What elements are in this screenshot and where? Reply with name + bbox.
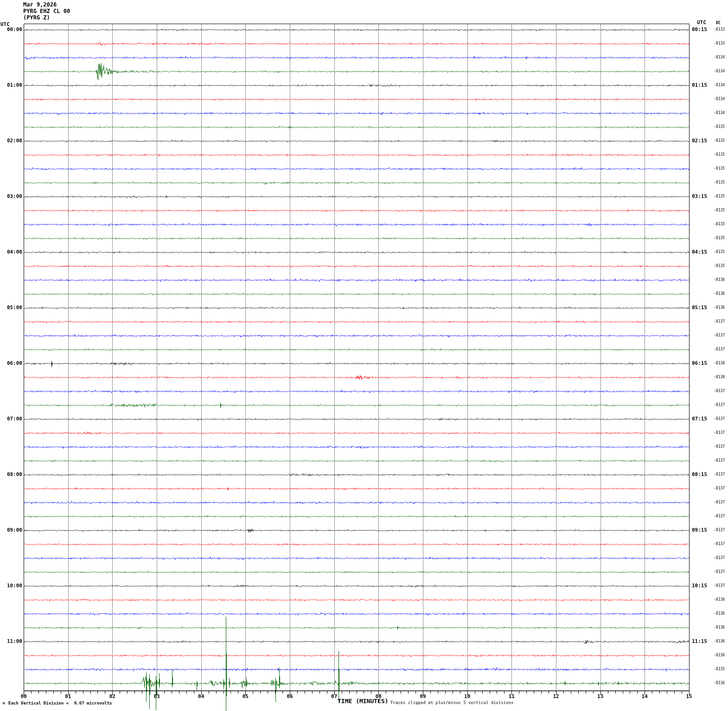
clipping-note: Traces clipped at plus/minus 5 vertical … [390,700,514,705]
left-hour-label: 00:00 [3,26,22,32]
left-hour-label: 11:00 [3,638,22,644]
dc-value: -8137 [714,417,725,421]
x-tick-label: 14 [638,693,651,699]
x-tick-label: 01 [61,693,75,699]
dc-value: -8136 [714,681,725,685]
dc-value: -8134 [714,55,725,59]
right-hour-label: 07:15 [692,416,707,422]
dc-value: -8136 [714,305,725,310]
seismogram-canvas [0,0,728,711]
dc-value: -8137 [714,444,725,449]
helicorder-page: Mar 9,2026 PYRG EHZ CL 00 (PYRG Z) UTC U… [0,0,728,711]
right-utc-label: UTC [697,19,706,25]
left-hour-label: 04:00 [3,249,22,255]
left-hour-label: 02:00 [3,138,22,144]
dc-value: -8133 [714,27,725,32]
right-hour-label: 05:15 [692,305,707,311]
x-tick-label: 03 [150,693,164,699]
right-hour-label: 04:15 [692,249,707,255]
left-hour-label: 03:00 [3,193,22,199]
left-hour-label: 05:00 [3,305,22,311]
dc-value: -8137 [714,431,725,435]
right-hour-label: 00:15 [692,26,707,32]
dc-value: -8135 [714,180,725,184]
dc-value: -8137 [714,486,725,490]
dc-value: -8135 [714,139,725,143]
dc-value: -8136 [714,653,725,657]
dc-value: -8135 [714,125,725,129]
dc-value: -8137 [714,570,725,574]
dc-value: -8137 [714,584,725,588]
dc-value: -8136 [714,278,725,282]
right-hour-label: 08:15 [692,471,707,477]
dc-value: -8137 [714,472,725,476]
dc-value: -8138 [714,361,725,365]
dc-value: -8137 [714,542,725,546]
x-tick-label: 10 [460,693,474,699]
dc-value: -8137 [714,333,725,337]
corner-mark: M [3,702,5,705]
dc-value: -8135 [714,152,725,157]
dc-value: -8135 [714,208,725,212]
dc-value: -8136 [714,639,725,643]
x-axis-title: TIME (MINUTES) [338,698,389,705]
x-tick-label: 12 [549,693,563,699]
dc-value: -8134 [714,111,725,115]
right-hour-label: 09:15 [692,527,707,533]
division-label: Each Vertical Division = [8,701,69,705]
dc-value: -8135 [714,194,725,198]
dc-value: -8133 [714,41,725,45]
left-hour-label: 08:00 [3,471,22,477]
x-tick-label: 13 [594,693,607,699]
right-hour-label: 02:15 [692,138,707,144]
dc-value: -8135 [714,667,725,671]
x-tick-label: 02 [105,693,119,699]
right-hour-label: 11:15 [692,638,707,644]
dc-value: -8137 [714,389,725,393]
dc-value: -8135 [714,166,725,171]
left-hour-label: 10:00 [3,583,22,589]
x-tick-label: 04 [194,693,208,699]
x-tick-label: 11 [504,693,518,699]
x-tick-label: 09 [416,693,430,699]
dc-value: -8137 [714,347,725,351]
header-station: PYRG EHZ CL 00 [23,8,70,14]
x-tick-label: 15 [682,693,696,699]
header-channel: (PYRG Z) [23,14,50,21]
right-hour-label: 06:15 [692,360,707,366]
dc-value: -8137 [714,319,725,324]
dc-value: -8134 [714,97,725,101]
x-tick-label: 00 [17,693,31,699]
right-hour-label: 03:15 [692,193,707,199]
left-hour-label: 06:00 [3,360,22,366]
dc-value: -8135 [714,264,725,268]
left-hour-label: 07:00 [3,416,22,422]
dc-value: -8137 [714,458,725,463]
dc-value: -8135 [714,236,725,240]
division-value: 6.67 microvolts [74,701,112,705]
dc-value: -8137 [714,514,725,518]
dc-value: -8135 [714,222,725,226]
dc-value: -8136 [714,625,725,629]
dc-value: -8137 [714,500,725,504]
right-hour-label: 01:15 [692,82,707,88]
dc-value: -8135 [714,250,725,254]
right-hour-label: 10:15 [692,583,707,589]
dc-value: -8138 [714,375,725,379]
left-hour-label: 01:00 [3,82,22,88]
x-tick-label: 06 [283,693,297,699]
left-hour-label: 09:00 [3,527,22,533]
dc-value: -8137 [714,528,725,532]
dc-value: -8137 [714,403,725,407]
dc-value: -8136 [714,597,725,602]
header-date: Mar 9,2026 [23,1,57,8]
dc-value: -8137 [714,556,725,560]
dc-value: -8134 [714,83,725,87]
dc-value: -8136 [714,292,725,296]
dc-value: -8136 [714,611,725,616]
x-tick-label: 05 [238,693,252,699]
dc-value: -8134 [714,69,725,73]
dc-column-header: DC [716,21,721,25]
